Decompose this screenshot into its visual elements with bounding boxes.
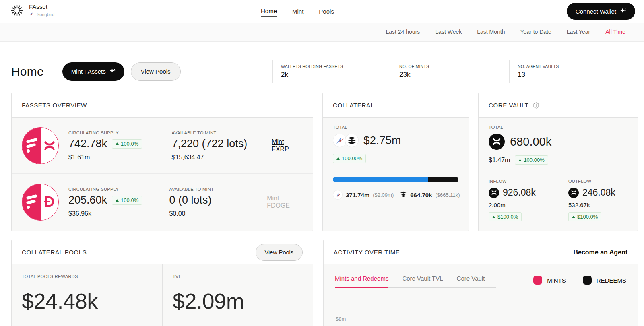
inflow-sub-value: 2.00m bbox=[489, 202, 548, 208]
xrp-icon bbox=[489, 134, 505, 150]
chart-tabs: Mints and Redeems Core Vault TVL Core Va… bbox=[335, 275, 496, 288]
stable-usd: ($665.11k) bbox=[435, 192, 460, 198]
stat-no-agent-vaults: NO. AGENT VAULTS 13 bbox=[509, 60, 638, 83]
stat-label: NO. AGENT VAULTS bbox=[518, 64, 630, 69]
change-value: 100.0% bbox=[121, 197, 138, 203]
connect-wallet-label: Connect Wallet bbox=[576, 8, 616, 15]
mints-swatch bbox=[533, 276, 542, 285]
stat-no-of-mints: NO. OF MINTS 23k bbox=[391, 60, 509, 83]
collateral-title: COLLATERAL bbox=[333, 102, 374, 109]
activity-title: ACTIVITY OVER TIME bbox=[334, 249, 400, 256]
doge-symbol-icon: Đ bbox=[40, 184, 58, 220]
fdoge-token-icon: Đ bbox=[22, 184, 59, 221]
filter-last-24-hours[interactable]: Last 24 hours bbox=[386, 23, 420, 41]
activity-over-time-card: ACTIVITY OVER TIME Become an Agent Mints… bbox=[323, 240, 638, 326]
songbird-icon bbox=[29, 11, 34, 17]
stat-wallets-holding-fassets: WALLETS HOLDING FASSETS 2k bbox=[273, 60, 391, 83]
outflow-sub-value: 532.67k bbox=[568, 202, 627, 208]
sgb-amount: 371.74m bbox=[346, 192, 369, 198]
stat-label: NO. OF MINTS bbox=[399, 64, 501, 69]
core-vault-total-usd: $1.47m bbox=[489, 157, 510, 164]
stat-value: 2k bbox=[281, 71, 383, 79]
total-pools-rewards-cell: TOTAL POOLS REWARDS $24.48k bbox=[12, 264, 162, 326]
fasset-row-fdoge: Đ CIRCULATING SUPPLY 205.60k 100.0% $36.… bbox=[12, 174, 313, 230]
filter-last-year[interactable]: Last Year bbox=[567, 23, 590, 41]
collateral-pools-card: COLLATERAL POOLS View Pools TOTAL POOLS … bbox=[11, 240, 313, 326]
filter-last-month[interactable]: Last Month bbox=[477, 23, 505, 41]
fasset-f-icon bbox=[25, 137, 38, 157]
tab-mints-and-redeems[interactable]: Mints and Redeems bbox=[335, 275, 388, 288]
card-header: CORE VAULT bbox=[479, 93, 638, 118]
inflow-cell: INFLOW 926.08k 2.00m $100.0% bbox=[479, 172, 558, 231]
xrp-icon bbox=[568, 188, 579, 198]
fdoge-available-value: 0 (0 lots) bbox=[169, 194, 211, 206]
songbird-icon bbox=[333, 190, 343, 200]
fxrp-available-usd: $15,634.47 bbox=[172, 154, 272, 161]
view-pools-button[interactable]: View Pools bbox=[131, 62, 181, 81]
up-arrow-icon bbox=[336, 157, 340, 160]
outflow-label: OUTFLOW bbox=[568, 179, 627, 184]
fassets-overview-card: FASSETS OVERVIEW CIRCULATING SUPPLY 74 bbox=[11, 93, 313, 231]
card-header: COLLATERAL bbox=[323, 93, 469, 118]
change-value: 100.00% bbox=[524, 157, 544, 163]
mint-fdoge-link[interactable]: Mint FDOGE bbox=[267, 195, 303, 209]
rewards-value: $24.48k bbox=[22, 289, 152, 314]
brand-logo[interactable]: FAsset Songbird bbox=[9, 2, 54, 20]
total-label: TOTAL bbox=[333, 125, 458, 130]
stat-value: 13 bbox=[518, 71, 630, 79]
change-value: $100.0% bbox=[577, 214, 598, 220]
tvl-label: TVL bbox=[173, 274, 303, 279]
filter-year-to-date[interactable]: Year to Date bbox=[520, 23, 551, 41]
mint-fxrp-link[interactable]: Mint FXRP bbox=[272, 138, 303, 153]
fasset-f-icon bbox=[25, 194, 38, 213]
tvl-cell: TVL $2.09m bbox=[162, 264, 313, 326]
fxrp-available-value: 7,220 (722 lots) bbox=[172, 138, 248, 150]
collateral-total-value: $2.75m bbox=[363, 134, 401, 147]
nav-item-pools[interactable]: Pools bbox=[319, 6, 334, 17]
legend-mints: MINTS bbox=[533, 276, 566, 285]
redeems-swatch bbox=[583, 276, 592, 285]
stat-value: 23k bbox=[399, 71, 501, 79]
card-header: COLLATERAL POOLS View Pools bbox=[12, 240, 313, 264]
fdoge-available-usd: $0.00 bbox=[169, 210, 267, 217]
stable-bar-segment bbox=[428, 177, 458, 182]
nav-item-mint[interactable]: Mint bbox=[292, 6, 303, 17]
legend-label: REDEEMS bbox=[597, 277, 626, 284]
fdoge-supply-value: 205.60k bbox=[68, 194, 107, 206]
tvl-value: $2.09m bbox=[173, 289, 303, 314]
card-header: ACTIVITY OVER TIME Become an Agent bbox=[324, 240, 638, 264]
change-value: $100.0% bbox=[497, 214, 518, 220]
change-value: 100.00% bbox=[342, 155, 362, 161]
home-row: Home Mint FAssets View Pools WALLETS HOL… bbox=[11, 60, 638, 83]
tab-core-vault[interactable]: Core Vault bbox=[457, 275, 485, 288]
core-vault-card: CORE VAULT TOTAL 680.00k $1.47m 100.00% bbox=[478, 93, 638, 231]
activity-chart-area: Mints and Redeems Core Vault TVL Core Va… bbox=[324, 264, 638, 326]
chart-legend: MINTS REDEEMS bbox=[533, 275, 626, 285]
connect-wallet-button[interactable]: Connect Wallet bbox=[567, 3, 635, 20]
tab-core-vault-tvl[interactable]: Core Vault TVL bbox=[402, 275, 443, 288]
circulating-supply-label: CIRCULATING SUPPLY bbox=[68, 130, 172, 135]
time-range-filterbar: Last 24 hours Last Week Last Month Year … bbox=[0, 23, 644, 42]
main-nav: Home Mint Pools bbox=[261, 0, 334, 23]
view-pools-button[interactable]: View Pools bbox=[256, 244, 303, 261]
rewards-label: TOTAL POOLS REWARDS bbox=[22, 274, 152, 279]
inflow-value: 926.08k bbox=[503, 187, 536, 198]
stablecoin-layers-icon bbox=[345, 134, 359, 147]
nav-item-home[interactable]: Home bbox=[261, 6, 277, 17]
become-an-agent-link[interactable]: Become an Agent bbox=[573, 249, 627, 256]
legend-label: MINTS bbox=[547, 277, 566, 284]
fxrp-token-icon bbox=[22, 127, 59, 164]
filter-all-time[interactable]: All Time bbox=[605, 23, 625, 41]
filter-last-week[interactable]: Last Week bbox=[435, 23, 462, 41]
inflow-change-badge: $100.0% bbox=[489, 212, 522, 221]
up-arrow-icon bbox=[116, 199, 119, 202]
fxrp-supply-usd: $1.61m bbox=[68, 154, 172, 161]
collateral-card: COLLATERAL TOTAL $2.75m 100.00% bbox=[322, 93, 469, 231]
core-vault-total-value: 680.00k bbox=[510, 135, 551, 149]
sgb-bar-segment bbox=[333, 177, 428, 182]
mint-fassets-button[interactable]: Mint FAssets bbox=[62, 62, 124, 81]
collateral-change-badge: 100.00% bbox=[333, 154, 366, 163]
sparkle-icon bbox=[620, 8, 626, 15]
stable-amount: 664.70k bbox=[410, 192, 432, 198]
info-icon[interactable] bbox=[533, 102, 540, 109]
